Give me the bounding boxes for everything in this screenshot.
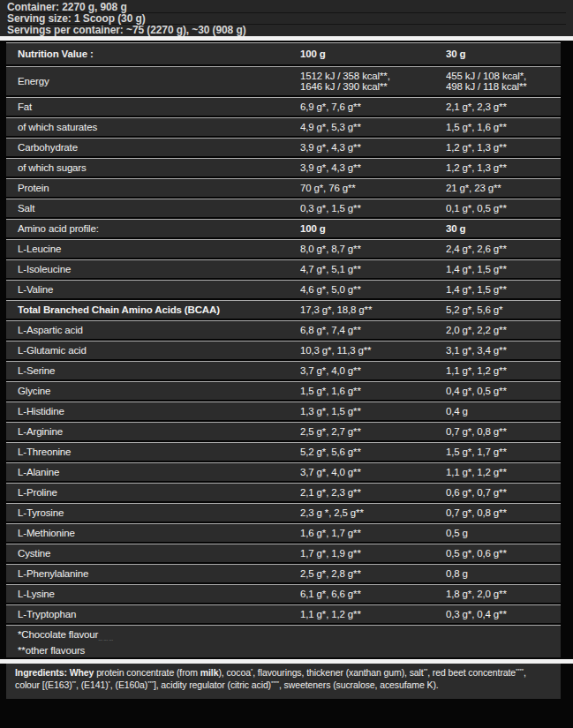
- table-row: L-Phenylalanine2,5 g*, 2,8 g**0,8 g: [6, 564, 561, 582]
- value-100g: 17,3 g*, 18,8 g**: [300, 304, 446, 315]
- value-30g: 1,4 g*, 1,5 g**: [446, 264, 561, 274]
- table-row: Energy1512 kJ / 358 kcal**, 1646 kJ / 39…: [6, 66, 561, 95]
- ingredient-segment: ), cocoa: [218, 667, 251, 678]
- row-label: L-Isoleucine: [6, 264, 300, 274]
- row-label: Protein: [6, 183, 300, 193]
- row-label: L-Tryptophan: [6, 609, 300, 619]
- value-100g: 3,9 g*, 4,3 g**: [300, 142, 446, 153]
- footnote-other-flavours: **other flavours: [18, 645, 561, 657]
- value-100g: 1,3 g*, 1,5 g**: [300, 406, 446, 417]
- table-row: L-Valine4,6 g*, 5,0 g**1,4 g*, 1,5 g**: [6, 280, 561, 298]
- row-label: L-Arginine: [6, 426, 300, 437]
- value-30g: 30 g: [446, 223, 561, 234]
- ingredients-block: Ingredients: Whey protein concentrate (f…: [6, 664, 561, 699]
- value-30g: 1,1 g*, 1,2 g**: [446, 365, 561, 376]
- value-100g: 8,0 g*, 8,7 g**: [300, 244, 446, 254]
- row-label: L-Glutamic acid: [6, 345, 300, 356]
- value-100g: 5,2 g*, 5,6 g**: [300, 447, 446, 457]
- value-100g: 2,3 g *, 2,5 g**: [300, 507, 446, 518]
- row-label: L-Serine: [6, 365, 300, 376]
- value-30g: 0,4 g*, 0,5 g**: [446, 386, 561, 396]
- value-100g: 1512 kJ / 358 kcal**, 1646 kJ / 390 kcal…: [300, 71, 446, 93]
- row-label: of which saturates: [6, 122, 300, 132]
- value-30g: 0,4 g: [446, 406, 561, 417]
- row-label: Salt: [6, 203, 300, 214]
- value-30g: 0,5 g*, 0,6 g**: [446, 548, 561, 559]
- row-label: Fat: [6, 101, 300, 112]
- column-header-nutrition-value: Nutrition Value :: [6, 49, 300, 59]
- value-100g: 70 g*, 76 g**: [300, 183, 446, 193]
- ingredients-text: Ingredients: Whey protein concentrate (f…: [15, 667, 550, 691]
- row-label: of which sugars: [6, 162, 300, 173]
- ingredient-segment: protein concentrate (from: [94, 667, 200, 678]
- value-100g: 3,7 g*, 4,0 g**: [300, 365, 446, 376]
- row-label: Total Branched Chain Amino Acids (BCAA): [6, 304, 300, 315]
- value-100g: 2,5 g*, 2,8 g**: [300, 568, 446, 579]
- row-label: L-Histidine: [6, 406, 300, 417]
- table-row: Fat6,9 g*, 7,6 g**2,1 g*, 2,3 g**: [6, 97, 561, 116]
- value-100g: 10,3 g*, 11,3 g**: [300, 345, 446, 356]
- table-row: L-Proline2,1 g*, 2,3 g**0,6 g*, 0,7 g**: [6, 483, 561, 501]
- table-row: of which sugars3,9 g*, 4,3 g**1,2 g*, 1,…: [6, 158, 561, 176]
- value-30g: 1,2 g*, 1,3 g**: [446, 142, 561, 153]
- table-row: L-Serine3,7 g*, 4,0 g**1,1 g*, 1,2 g**: [6, 361, 561, 379]
- ingredient-segment: , (E160a): [110, 679, 147, 690]
- table-row: L-Aspartic acid6,8 g*, 7,4 g**2,0 g*, 2,…: [6, 320, 561, 339]
- table-row: L-Tyrosine2,3 g *, 2,5 g**0,7 g*, 0,8 g*…: [6, 503, 561, 522]
- ingredient-footnote-mark: ****: [516, 668, 524, 673]
- row-label: L-Methionine: [6, 528, 300, 538]
- nutrition-label: Container: 2270 g, 908 g Serving size: 1…: [0, 0, 573, 728]
- value-100g: 0,3 g*, 1,5 g**: [300, 203, 446, 214]
- table-row: of which saturates4,9 g*, 5,3 g**1,5 g*,…: [6, 117, 561, 136]
- table-row: L-Lysine6,1 g*, 6,6 g**1,8 g*, 2,0 g**: [6, 584, 561, 603]
- value-30g: 0,3 g*, 0,4 g**: [446, 609, 561, 619]
- value-30g: 0,7 g*, 0,8 g**: [446, 507, 561, 518]
- value-30g: 3,1 g*, 3,4 g**: [446, 345, 561, 356]
- value-100g: 4,9 g*, 5,3 g**: [300, 122, 446, 132]
- value-30g: 0,6 g*, 0,7 g**: [446, 487, 561, 498]
- value-30g: 5,2 g*, 5,6 g*: [446, 304, 561, 315]
- column-header-100g: 100 g: [300, 49, 446, 59]
- value-100g: 2,1 g*, 2,3 g**: [300, 487, 446, 498]
- value-100g: 100 g: [300, 223, 446, 234]
- nutrition-rows: Energy1512 kJ / 358 kcal**, 1646 kJ / 39…: [6, 66, 561, 623]
- row-label: Carbohydrate: [6, 142, 300, 153]
- table-row: L-Glutamic acid10,3 g*, 11,3 g**3,1 g*, …: [6, 341, 561, 359]
- table-row: Total Branched Chain Amino Acids (BCAA)1…: [6, 300, 561, 319]
- value-30g: 2,4 g*, 2,6 g**: [446, 244, 561, 254]
- value-30g: 1,8 g*, 2,0 g**: [446, 589, 561, 599]
- table-row: L-Methionine1,6 g*, 1,7 g**0,5 g: [6, 523, 561, 542]
- value-30g: 0,8 g: [446, 568, 561, 579]
- value-30g: 0,7 g*, 0,8 g**: [446, 426, 561, 437]
- value-100g: 1,1 g*, 1,2 g**: [300, 609, 446, 619]
- value-30g: 1,4 g*, 1,5 g**: [446, 284, 561, 295]
- row-label: L-Alanine: [6, 467, 300, 477]
- servings-per-container-line: Servings per container: ~75 (2270 g), ~3…: [7, 25, 566, 35]
- footnote-chocolate: *Chocolate flavour………: [18, 629, 561, 645]
- ingredient-segment: milk: [200, 667, 219, 678]
- value-100g: 6,8 g*, 7,4 g**: [300, 325, 446, 335]
- row-label: Amino acid profile:: [6, 223, 300, 234]
- table-row: Cystine1,7 g*, 1,9 g**0,5 g*, 0,6 g**: [6, 544, 561, 562]
- value-100g: 1,7 g*, 1,9 g**: [300, 548, 446, 559]
- value-100g: 1,6 g*, 1,7 g**: [300, 528, 446, 538]
- ingredient-segment: Ingredients: Whey: [15, 667, 94, 678]
- value-30g: 0,1 g*, 0,5 g**: [446, 203, 561, 214]
- value-30g: 455 kJ / 108 kcal*, 498 kJ / 118 kcal**: [446, 71, 561, 93]
- footnote-tiny-marks: ………: [98, 636, 114, 642]
- row-label: Cystine: [6, 548, 300, 559]
- value-30g: 0,5 g: [446, 528, 561, 538]
- product-info: Container: 2270 g, 908 g Serving size: 1…: [0, 0, 573, 36]
- table-row: L-Tryptophan1,1 g*, 1,2 g**0,3 g*, 0,4 g…: [6, 604, 561, 623]
- value-30g: 2,0 g*, 2,2 g**: [446, 325, 561, 335]
- row-label: L-Threonine: [6, 447, 300, 457]
- value-30g: 1,5 g*, 1,7 g**: [446, 447, 561, 457]
- value-100g: 2,5 g*, 2,7 g**: [300, 426, 446, 437]
- ingredient-segment: , red beet concentrate: [427, 667, 516, 678]
- value-30g: 1,1 g*, 1,2 g**: [446, 467, 561, 477]
- row-label: L-Aspartic acid: [6, 325, 300, 335]
- table-row: L-Alanine3,7 g*, 4,0 g**1,1 g*, 1,2 g**: [6, 462, 561, 481]
- table-row: Salt0,3 g*, 1,5 g**0,1 g*, 0,5 g**: [6, 199, 561, 217]
- table-row: Glycine1,5 g*, 1,6 g**0,4 g*, 0,5 g**: [6, 381, 561, 400]
- value-30g: 2,1 g*, 2,3 g**: [446, 101, 561, 112]
